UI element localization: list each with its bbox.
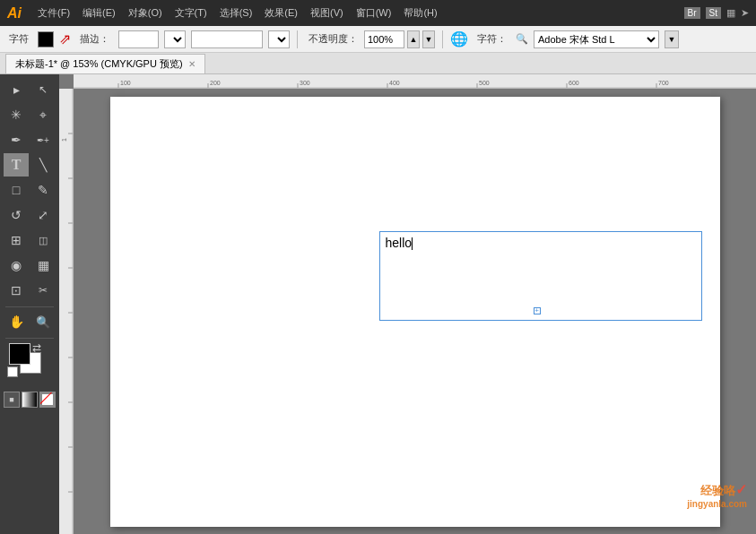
stroke-value-input[interactable]	[191, 30, 263, 48]
text-cursor	[412, 237, 413, 250]
font-dropdown-arrow[interactable]: ▼	[665, 30, 679, 48]
add-anchor-tool[interactable]: ✒+	[30, 128, 56, 151]
menu-bar: 文件(F) 编辑(E) 对象(O) 文字(T) 选择(S) 效果(E) 视图(V…	[32, 4, 684, 22]
color-swatches: ⇄	[5, 343, 54, 390]
tab-bar: 未标题-1* @ 153% (CMYK/GPU 预览) ✕	[0, 53, 756, 74]
stroke-arrow-icon: ⇗	[59, 30, 71, 47]
menu-view[interactable]: 视图(V)	[305, 4, 349, 22]
stroke-dropdown[interactable]	[164, 30, 186, 48]
grid-view-icon[interactable]: ▦	[726, 7, 735, 19]
toolbox: ▸ ↖ ✳ ⌖ ✒ ✒+ T ╲ □ ✎ ↺ ⤢	[0, 74, 59, 534]
type-tool[interactable]: T	[4, 153, 29, 177]
svg-text:700: 700	[658, 80, 669, 86]
opacity-increase[interactable]: ▲	[407, 30, 420, 48]
menu-help[interactable]: 帮助(H)	[398, 4, 442, 22]
search-font-icon: 🔍	[516, 33, 528, 45]
lasso-tool[interactable]: ⌖	[30, 103, 56, 126]
canvas-area: 100 200 300 400 500 600 700	[59, 74, 756, 534]
gradient-mode-button[interactable]	[22, 392, 38, 408]
graph-tool[interactable]: ▦	[30, 254, 56, 277]
svg-text:300: 300	[300, 80, 310, 86]
opacity-label: 不透明度：	[305, 32, 361, 46]
stock-icon[interactable]: St	[706, 7, 721, 19]
fill-color-box[interactable]	[9, 343, 30, 365]
hand-tool[interactable]: ✋	[4, 310, 29, 333]
slice-tool[interactable]: ✂	[30, 279, 56, 302]
line-tool[interactable]: ╲	[30, 153, 56, 177]
tool-row-8: ◉ ▦	[2, 254, 57, 277]
ruler-h-svg: 100 200 300 400 500 600 700	[74, 74, 756, 89]
pen-tool[interactable]: ✒	[4, 128, 29, 151]
tool-row-10: ✋ 🔍	[2, 310, 57, 333]
fill-color-swatch[interactable]	[38, 31, 54, 47]
globe-icon[interactable]: 🌐	[450, 30, 468, 47]
artboard: hello +	[110, 97, 720, 527]
none-mode-button[interactable]	[39, 392, 56, 408]
overflow-indicator: +	[534, 307, 541, 314]
watermark-text: 经验咯✓	[687, 481, 747, 499]
canvas-scroll-area[interactable]: hello +	[74, 89, 756, 534]
text-value: hello	[386, 236, 413, 250]
menu-file[interactable]: 文件(F)	[32, 4, 75, 22]
tool-row-6: ↺ ⤢	[2, 203, 57, 227]
horizontal-ruler: 100 200 300 400 500 600 700	[74, 74, 756, 89]
menu-effect[interactable]: 效果(E)	[259, 4, 303, 22]
magic-wand-tool[interactable]: ✳	[4, 103, 29, 126]
svg-text:500: 500	[479, 80, 490, 86]
tool-row-3: ✒ ✒+	[2, 128, 57, 151]
gradient-tool[interactable]: ◫	[30, 228, 56, 252]
scale-tool[interactable]: ⤢	[30, 203, 56, 227]
share-icon[interactable]: ➤	[741, 7, 749, 19]
stroke-type-dropdown[interactable]	[268, 30, 290, 48]
artboard-tool[interactable]: ⊡	[4, 279, 29, 302]
app-logo: Ai	[7, 5, 22, 22]
document-tab[interactable]: 未标题-1* @ 153% (CMYK/GPU 预览) ✕	[5, 54, 205, 73]
rectangle-tool[interactable]: □	[4, 178, 29, 202]
title-bar: Ai 文件(F) 编辑(E) 对象(O) 文字(T) 选择(S) 效果(E) 视…	[0, 0, 756, 26]
menu-window[interactable]: 窗口(W)	[351, 4, 397, 22]
selection-tool[interactable]: ▸	[4, 78, 29, 101]
text-frame[interactable]: hello +	[379, 231, 702, 321]
font-label: 字符：	[474, 32, 510, 46]
tool-row-2: ✳ ⌖	[2, 103, 57, 126]
menu-type[interactable]: 文字(T)	[169, 4, 213, 22]
tool-divider-2	[5, 338, 54, 339]
svg-text:1: 1	[61, 138, 67, 142]
properties-bar: 字符 ⇗ 描边： 不透明度： ▲ ▼ 🌐 字符： 🔍 Adobe 宋体 Std …	[0, 26, 756, 53]
pencil-tool[interactable]: ✎	[30, 178, 56, 202]
direct-selection-tool[interactable]: ↖	[30, 78, 56, 101]
zoom-tool[interactable]: 🔍	[30, 310, 56, 333]
tab-close-button[interactable]: ✕	[188, 59, 196, 69]
tab-label: 未标题-1* @ 153% (CMYK/GPU 预览)	[15, 57, 183, 71]
opacity-input[interactable]	[364, 30, 404, 48]
text-content[interactable]: hello	[380, 232, 701, 254]
menu-edit[interactable]: 编辑(E)	[77, 4, 121, 22]
menu-object[interactable]: 对象(O)	[123, 4, 168, 22]
opacity-area: 不透明度： ▲ ▼	[305, 30, 435, 48]
color-mode-row: ■	[4, 392, 56, 408]
tool-divider	[5, 306, 54, 307]
tool-row-7: ⊞ ◫	[2, 228, 57, 252]
watermark-url: jingyanla.com	[687, 499, 747, 509]
title-right-icons: Br St ▦ ➤	[684, 7, 749, 19]
ruler-v-svg: 1	[59, 89, 74, 534]
opacity-decrease[interactable]: ▼	[422, 30, 435, 48]
tool-row-4: T ╲	[2, 153, 57, 177]
bridge-icon[interactable]: Br	[684, 7, 700, 19]
rotate-tool[interactable]: ↺	[4, 203, 29, 227]
stroke-input[interactable]	[118, 30, 159, 48]
tool-row-5: □ ✎	[2, 178, 57, 202]
font-select[interactable]: Adobe 宋体 Std L	[534, 30, 659, 48]
default-colors-icon[interactable]	[7, 366, 18, 377]
svg-text:200: 200	[210, 80, 221, 86]
menu-select[interactable]: 选择(S)	[214, 4, 258, 22]
main-area: ▸ ↖ ✳ ⌖ ✒ ✒+ T ╲ □ ✎ ↺ ⤢	[0, 74, 756, 534]
stroke-label: 描边：	[76, 32, 113, 46]
blend-tool[interactable]: ◉	[4, 254, 29, 277]
svg-text:400: 400	[389, 80, 400, 86]
color-mode-button[interactable]: ■	[4, 392, 20, 408]
char-label: 字符	[5, 32, 32, 46]
shape-builder-tool[interactable]: ⊞	[4, 228, 29, 252]
vertical-ruler: 1	[59, 89, 74, 534]
tool-row-1: ▸ ↖	[2, 78, 57, 101]
